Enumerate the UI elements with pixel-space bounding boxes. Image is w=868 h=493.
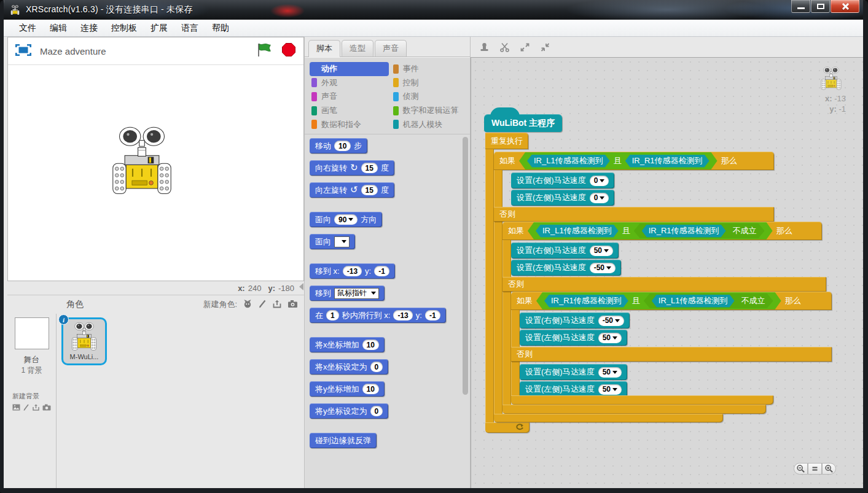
upload-icon[interactable] <box>32 402 40 413</box>
category-5[interactable]: 事件 <box>391 62 471 76</box>
tab-1[interactable]: 造型 <box>342 40 373 56</box>
palette-block-2[interactable]: 向左旋转↺15度 <box>310 182 394 198</box>
upload-icon[interactable] <box>272 299 282 310</box>
and-operator[interactable]: IR_R1传感器检测到 且 IR_L1传感器检测到 不成立 <box>536 292 781 309</box>
category-4[interactable]: 数据和指令 <box>310 117 389 131</box>
and-operator[interactable]: IR_L1传感器检测到 且 IR_R1传感器检测到 不成立 <box>528 222 773 239</box>
number-input[interactable]: 10 <box>334 141 351 151</box>
category-0[interactable]: 动作 <box>310 62 389 76</box>
new-sprite-creature-icon[interactable] <box>243 299 252 310</box>
palette-block-9[interactable]: 将x坐标设定为0 <box>310 359 388 375</box>
category-8[interactable]: 数字和逻辑运算 <box>391 104 471 118</box>
number-dropdown[interactable]: 90 <box>334 214 358 225</box>
palette-block-3[interactable]: 面向90方向 <box>310 212 382 227</box>
scissors-icon[interactable] <box>499 42 510 52</box>
forever-block-header[interactable]: 重复执行 <box>485 133 528 149</box>
stage-thumbnail[interactable] <box>15 317 49 349</box>
robot-sprite[interactable] <box>109 125 174 198</box>
number-input[interactable]: -13 <box>343 266 362 276</box>
zoom-in-icon[interactable] <box>822 463 836 475</box>
menu-item-5[interactable]: 语言 <box>174 21 205 36</box>
menu-item-1[interactable]: 编辑 <box>43 21 74 36</box>
set-right-motor-block[interactable]: 设置(右侧)马达速度 0 <box>511 173 614 188</box>
minimize-button[interactable] <box>791 0 810 13</box>
category-9[interactable]: 机器人模块 <box>391 117 471 131</box>
number-input[interactable]: 15 <box>361 185 378 195</box>
maximize-button[interactable] <box>811 0 830 13</box>
number-input[interactable]: -1 <box>425 310 440 320</box>
set-left-motor-block[interactable]: 设置(左侧)马达速度 50 <box>520 330 627 346</box>
set-left-motor-block[interactable]: 设置(左侧)马达速度 -50 <box>511 260 621 276</box>
stamp-icon[interactable] <box>479 42 490 52</box>
collapse-arrow-icon[interactable] <box>299 283 303 290</box>
palette-block-10[interactable]: 将y坐标增加10 <box>310 381 385 397</box>
grow-icon[interactable] <box>520 42 530 52</box>
palette-block-1[interactable]: 向右旋转↻15度 <box>310 160 394 176</box>
zoom-reset-icon[interactable] <box>808 463 822 475</box>
image-icon[interactable] <box>12 402 20 413</box>
project-title[interactable]: Maze adventure <box>40 46 257 56</box>
info-icon[interactable]: i <box>58 314 69 325</box>
dropdown[interactable]: 鼠标指针 <box>334 288 379 299</box>
paintbrush-icon[interactable] <box>258 299 267 310</box>
number-input[interactable]: -13 <box>393 310 412 320</box>
close-button[interactable] <box>831 0 859 13</box>
category-6[interactable]: 控制 <box>391 76 471 90</box>
number-input[interactable]: -1 <box>374 266 389 276</box>
sensor-ir-l1[interactable]: IR_L1传感器检测到 <box>527 155 610 168</box>
if-block-1-header[interactable]: 如果 IR_L1传感器检测到 且 IR_R1传感器检测到 那么 <box>494 152 774 170</box>
menu-item-2[interactable]: 连接 <box>74 21 104 36</box>
tab-0[interactable]: 脚本 <box>308 40 340 57</box>
stop-icon[interactable] <box>281 42 296 60</box>
palette-block-0[interactable]: 移动10步 <box>310 138 367 153</box>
palette-block-12[interactable]: 碰到边缘就反弹 <box>310 433 377 448</box>
set-right-motor-block[interactable]: 设置(右侧)马达速度 -50 <box>520 312 630 328</box>
menu-item-3[interactable]: 控制板 <box>104 21 144 36</box>
shrink-icon[interactable] <box>540 42 550 52</box>
palette-block-11[interactable]: 将y坐标设定为0 <box>310 403 388 419</box>
number-input[interactable]: 10 <box>362 340 379 350</box>
camera-icon[interactable] <box>287 300 298 310</box>
if-block-3-header[interactable]: 如果 IR_R1传感器检测到 且 IR_L1传感器检测到 不成立 那么 <box>511 292 832 310</box>
else-bar-1[interactable]: 否则 <box>494 207 774 222</box>
category-3[interactable]: 画笔 <box>310 104 389 118</box>
zoom-out-icon[interactable] <box>794 463 808 475</box>
sprite-tile-selected[interactable]: i M-WuLi... <box>61 317 107 365</box>
not-operator[interactable]: IR_L1传感器检测到 不成立 <box>644 293 773 308</box>
fullscreen-icon[interactable] <box>15 44 31 58</box>
number-input[interactable]: 10 <box>362 384 379 394</box>
green-flag-icon[interactable] <box>257 42 273 60</box>
number-input[interactable]: 0 <box>370 406 383 416</box>
sensor-ir-r1[interactable]: IR_R1传感器检测到 <box>642 225 726 238</box>
palette-block-8[interactable]: 将x坐标增加10 <box>310 337 385 352</box>
sensor-ir-l1[interactable]: IR_L1传感器检测到 <box>652 295 735 308</box>
menu-item-0[interactable]: 文件 <box>12 21 43 36</box>
set-right-motor-block[interactable]: 设置(右侧)马达速度 50 <box>520 364 627 380</box>
set-left-motor-block[interactable]: 设置(左侧)马达速度 0 <box>511 190 614 206</box>
script-canvas[interactable]: x: -13 y: -1 WuLiBot 主程序 重复执行 如果 <box>471 57 863 488</box>
sensor-ir-r1[interactable]: IR_R1传感器检测到 <box>625 155 710 168</box>
forever-block-footer[interactable] <box>485 422 530 433</box>
not-operator[interactable]: IR_R1传感器检测到 不成立 <box>634 223 765 238</box>
palette-scrollbar[interactable] <box>463 137 468 395</box>
paintbrush-icon[interactable] <box>23 402 29 413</box>
palette-block-5[interactable]: 移到 x:-13y:-1 <box>310 263 395 279</box>
set-right-motor-block[interactable]: 设置(右侧)马达速度 50 <box>511 243 619 258</box>
else-bar-2[interactable]: 否则 <box>502 277 826 292</box>
tab-2[interactable]: 声音 <box>375 40 407 56</box>
hat-block-main-program[interactable]: WuLiBot 主程序 <box>484 114 562 132</box>
number-input[interactable]: 15 <box>361 163 378 173</box>
menu-item-4[interactable]: 扩展 <box>144 21 174 36</box>
palette-block-6[interactable]: 移到鼠标指针 <box>310 285 385 301</box>
else-bar-3[interactable]: 否则 <box>511 347 832 362</box>
menu-item-6[interactable]: 帮助 <box>205 21 236 36</box>
dropdown[interactable] <box>334 236 350 247</box>
camera-icon[interactable] <box>42 402 51 413</box>
and-operator[interactable]: IR_L1传感器检测到 且 IR_R1传感器检测到 <box>519 152 717 169</box>
category-2[interactable]: 声音 <box>310 90 389 104</box>
palette-block-4[interactable]: 面向 <box>310 234 355 249</box>
stage-canvas[interactable] <box>8 65 303 281</box>
category-7[interactable]: 侦测 <box>391 90 471 104</box>
sensor-ir-l1[interactable]: IR_L1传感器检测到 <box>536 225 619 238</box>
number-input[interactable]: 0 <box>370 362 383 372</box>
